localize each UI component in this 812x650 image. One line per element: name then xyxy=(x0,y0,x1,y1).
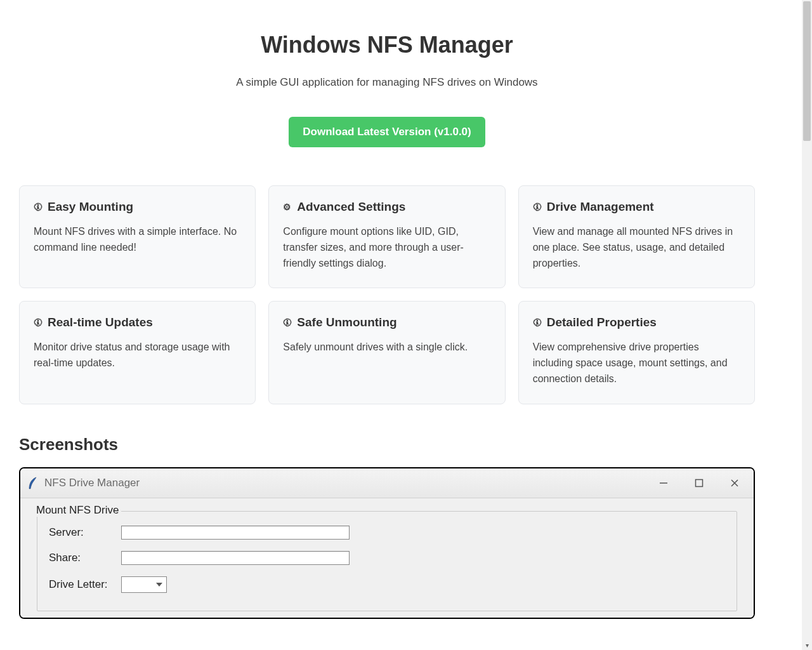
close-icon[interactable] xyxy=(726,475,743,491)
scroll-down-icon[interactable]: ▾ xyxy=(802,640,812,644)
feature-advanced-settings: ⚙ Advanced Settings Configure mount opti… xyxy=(268,185,505,288)
feature-title: Drive Management xyxy=(547,200,654,214)
window-title: NFS Drive Manager xyxy=(44,477,648,489)
page-subtitle: A simple GUI application for managing NF… xyxy=(19,76,755,89)
scrollbar[interactable]: ▾ xyxy=(802,0,812,644)
info-icon: 🛈 xyxy=(533,202,543,212)
mount-fieldset: Mount NFS Drive Server: Share: Drive Let… xyxy=(37,511,737,611)
feature-desc: View comprehensive drive properties incl… xyxy=(533,340,740,387)
feature-desc: Monitor drive status and storage usage w… xyxy=(34,340,241,371)
titlebar: NFS Drive Manager xyxy=(20,468,754,498)
drive-letter-label: Drive Letter: xyxy=(49,578,112,591)
share-label: Share: xyxy=(49,552,112,564)
feature-title: Detailed Properties xyxy=(547,315,657,329)
drive-letter-select[interactable] xyxy=(121,576,167,593)
gear-icon: ⚙ xyxy=(283,202,293,212)
download-button[interactable]: Download Latest Version (v1.0.0) xyxy=(289,117,485,147)
scrollbar-thumb[interactable] xyxy=(803,1,811,141)
feature-desc: Mount NFS drives with a simple interface… xyxy=(34,224,241,256)
feature-title: Advanced Settings xyxy=(297,200,405,214)
feature-drive-management: 🛈 Drive Management View and manage all m… xyxy=(518,185,755,288)
feature-desc: Configure mount options like UID, GID, t… xyxy=(283,224,490,271)
feature-realtime-updates: 🛈 Real-time Updates Monitor drive status… xyxy=(19,301,256,404)
feature-title: Safe Unmounting xyxy=(297,315,396,329)
feature-safe-unmounting: 🛈 Safe Unmounting Safely unmount drives … xyxy=(268,301,505,404)
fieldset-legend: Mount NFS Drive xyxy=(34,504,121,517)
screenshot-window: NFS Drive Manager Mount NFS Drive Server… xyxy=(19,467,755,619)
info-icon: 🛈 xyxy=(533,317,543,328)
app-feather-icon xyxy=(27,475,38,491)
feature-title: Easy Mounting xyxy=(48,200,133,214)
feature-easy-mounting: 🛈 Easy Mounting Mount NFS drives with a … xyxy=(19,185,256,288)
minimize-icon[interactable] xyxy=(655,475,672,491)
info-icon: 🛈 xyxy=(283,317,293,328)
feature-detailed-properties: 🛈 Detailed Properties View comprehensive… xyxy=(518,301,755,404)
page-title: Windows NFS Manager xyxy=(19,32,755,58)
share-input[interactable] xyxy=(121,551,350,565)
feature-desc: View and manage all mounted NFS drives i… xyxy=(533,224,740,271)
server-label: Server: xyxy=(49,526,112,539)
feature-title: Real-time Updates xyxy=(48,315,153,329)
feature-desc: Safely unmount drives with a single clic… xyxy=(283,340,490,355)
info-icon: 🛈 xyxy=(34,202,44,212)
server-input[interactable] xyxy=(121,526,350,540)
maximize-icon[interactable] xyxy=(690,475,708,491)
features-grid: 🛈 Easy Mounting Mount NFS drives with a … xyxy=(19,185,755,404)
svg-rect-1 xyxy=(696,479,703,486)
info-icon: 🛈 xyxy=(34,317,44,328)
screenshots-heading: Screenshots xyxy=(19,435,755,454)
